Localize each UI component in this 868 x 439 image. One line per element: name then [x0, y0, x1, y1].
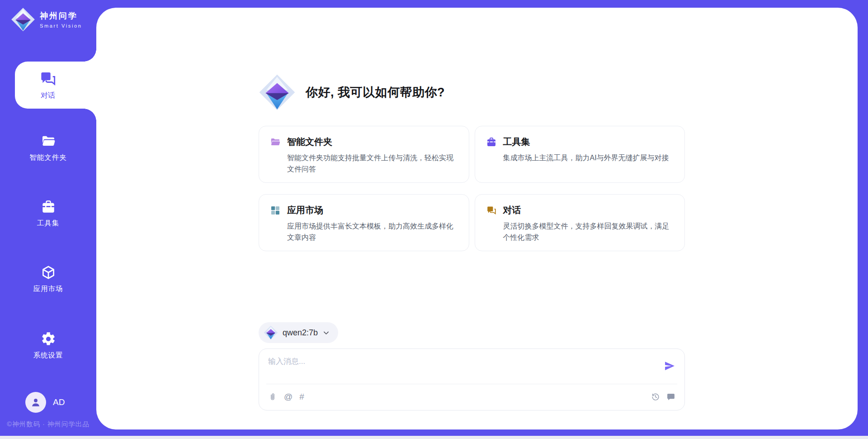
- chat-bubbles-icon: [39, 70, 57, 88]
- sidebar-item-system-settings[interactable]: 系统设置: [0, 331, 96, 360]
- sidebar-item-label: 系统设置: [33, 351, 63, 360]
- chevron-down-icon: [322, 329, 330, 337]
- sidebar-item-chat[interactable]: 对话: [15, 62, 96, 109]
- main-content: 你好, 我可以如何帮助你? 智能文件夹 智能文件夹功能支持批量文件上传与清洗，轻…: [96, 8, 685, 410]
- window-bottom-strip: [0, 436, 868, 439]
- card-head: 智能文件夹: [270, 136, 458, 148]
- composer-tools-left: @ #: [268, 392, 304, 402]
- sidebar-item-toolset[interactable]: 工具集: [0, 199, 96, 228]
- chat-bubble-icon: [486, 205, 497, 216]
- model-logo-icon: [264, 325, 278, 340]
- history-button[interactable]: [651, 392, 660, 401]
- comment-icon: [666, 392, 675, 401]
- card-description: 灵活切换多模型文件，支持多样回复效果调试，满足个性化需求: [503, 220, 674, 243]
- hash-button[interactable]: #: [299, 392, 304, 402]
- card-head: 对话: [486, 204, 674, 216]
- sidebar-footer: ©神州数码 · 神州问学出品: [0, 420, 96, 429]
- user-chip[interactable]: AD: [25, 392, 65, 413]
- card-description: 集成市场上主流工具，助力AI与外界无缝扩展与对接: [503, 152, 674, 163]
- toolbox-icon: [41, 199, 56, 215]
- brand-subtitle: Smart Vision: [40, 23, 82, 29]
- composer-toolbar: @ #: [259, 383, 684, 410]
- paperclip-icon: [268, 392, 277, 401]
- greeting-text: 你好, 我可以如何帮助你?: [306, 84, 445, 100]
- attach-button[interactable]: [268, 392, 277, 401]
- send-icon: [664, 360, 675, 372]
- cube-icon: [41, 265, 56, 280]
- quick-action-cards: 智能文件夹 智能文件夹功能支持批量文件上传与清洗，轻松实现文件问答 工具集 集成…: [259, 126, 685, 251]
- card-smart-folder[interactable]: 智能文件夹 智能文件夹功能支持批量文件上传与清洗，轻松实现文件问答: [259, 126, 469, 183]
- avatar: [25, 392, 46, 413]
- card-app-market[interactable]: 应用市场 应用市场提供丰富长文本模板，助力高效生成多样化文章内容: [259, 194, 469, 251]
- card-head: 工具集: [486, 136, 674, 148]
- sidebar-item-label: 对话: [41, 91, 55, 100]
- person-icon: [30, 396, 42, 408]
- sidebar-item-label: 智能文件夹: [29, 153, 67, 162]
- model-name: qwen2:7b: [283, 328, 318, 338]
- gear-icon: [41, 331, 56, 347]
- brand-logo: 神州问学 Smart Vision: [11, 7, 82, 32]
- sidebar: 神州问学 Smart Vision 对话 智能文件夹 工具集 应用市场 系统设置…: [0, 0, 96, 436]
- tab-corner-bottom: [84, 109, 96, 121]
- sidebar-item-label: 工具集: [37, 219, 60, 228]
- user-initials: AD: [53, 397, 65, 407]
- card-title: 智能文件夹: [287, 136, 332, 148]
- app-logo-icon: [259, 74, 296, 111]
- main-panel: 你好, 我可以如何帮助你? 智能文件夹 智能文件夹功能支持批量文件上传与清洗，轻…: [96, 8, 858, 429]
- message-input[interactable]: [268, 356, 648, 380]
- comments-button[interactable]: [666, 392, 675, 401]
- card-title: 工具集: [503, 136, 530, 148]
- brand-diamond-icon: [11, 7, 35, 32]
- composer-tools-right: [651, 392, 675, 401]
- briefcase-icon: [486, 137, 497, 148]
- tab-corner-top: [84, 49, 96, 62]
- send-button[interactable]: [664, 360, 675, 373]
- brand-text: 神州问学 Smart Vision: [40, 10, 82, 29]
- card-toolset[interactable]: 工具集 集成市场上主流工具，助力AI与外界无缝扩展与对接: [475, 126, 685, 183]
- card-description: 智能文件夹功能支持批量文件上传与清洗，轻松实现文件问答: [287, 152, 458, 175]
- mention-button[interactable]: @: [284, 392, 292, 402]
- greeting: 你好, 我可以如何帮助你?: [259, 74, 685, 111]
- sidebar-item-label: 应用市场: [33, 284, 63, 294]
- app-grid-icon: [270, 205, 281, 216]
- sidebar-item-app-market[interactable]: 应用市场: [0, 265, 96, 294]
- card-title: 应用市场: [287, 204, 323, 216]
- sidebar-item-smart-folders[interactable]: 智能文件夹: [0, 134, 96, 162]
- folder-icon: [270, 137, 281, 148]
- model-selector[interactable]: qwen2:7b: [259, 322, 338, 343]
- brand-name: 神州问学: [40, 10, 82, 21]
- card-title: 对话: [503, 204, 521, 216]
- composer: @ #: [259, 348, 685, 410]
- hash-icon: #: [299, 392, 304, 402]
- history-icon: [651, 392, 660, 401]
- card-head: 应用市场: [270, 204, 458, 216]
- at-icon: @: [284, 392, 292, 402]
- card-chat[interactable]: 对话 灵活切换多模型文件，支持多样回复效果调试，满足个性化需求: [475, 194, 685, 251]
- card-description: 应用市场提供丰富长文本模板，助力高效生成多样化文章内容: [287, 220, 458, 243]
- folder-icon: [41, 134, 56, 149]
